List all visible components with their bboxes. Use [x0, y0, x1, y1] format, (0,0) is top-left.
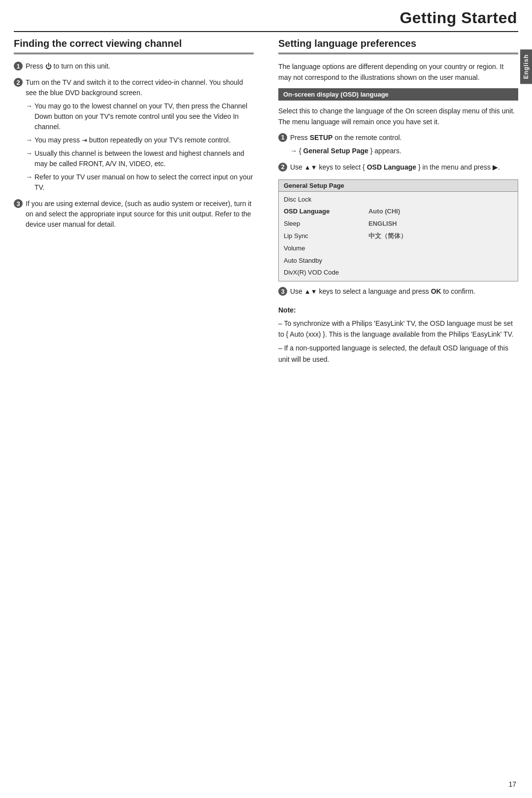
- setup-val-osd-lang: Auto (CHI): [368, 207, 407, 217]
- setup-val-lip-sync: 中文（简体）: [368, 231, 407, 242]
- arrow-keys-icon-2: ▲▼: [304, 288, 317, 295]
- right-step-3: 3 Use ▲▼ keys to select a language and p…: [278, 286, 518, 297]
- right-step-3-number: 3: [278, 287, 287, 296]
- note-line-2: – If a non-supported language is selecte…: [278, 343, 518, 365]
- right-section-title: Setting language preferences: [278, 37, 518, 50]
- right-step-1-content: Press SETUP on the remote control. → { G…: [290, 133, 518, 156]
- setup-bold: SETUP: [310, 134, 333, 141]
- step-1-content: Press ⏻ to turn on this unit.: [26, 61, 254, 71]
- setup-table-body: Disc Lock OSD Language Sleep Lip Sync Vo…: [279, 192, 518, 281]
- osd-lang-bold: OSD Language: [367, 163, 416, 171]
- arrow-icon-3: →: [26, 148, 33, 159]
- right-intro: The language options are different depen…: [278, 61, 518, 83]
- setup-row-osd-lang: OSD Language: [284, 207, 339, 217]
- setup-val-auto-standby: [368, 256, 407, 266]
- left-step-1: 1 Press ⏻ to turn on this unit.: [14, 61, 254, 71]
- content-area: Finding the correct viewing channel 1 Pr…: [0, 37, 532, 365]
- page-title: Getting Started: [0, 0, 532, 31]
- right-step-2-content: Use ▲▼ keys to select { OSD Language } i…: [290, 162, 518, 173]
- ok-bold: OK: [431, 287, 441, 295]
- step-3-content: If you are using external device, (such …: [26, 199, 254, 230]
- page-number: 17: [508, 780, 516, 788]
- left-step-3: 3 If you are using external device, (suc…: [14, 199, 254, 230]
- setup-row-sleep: Sleep: [284, 219, 339, 229]
- setup-row-divx: DivX(R) VOD Code: [284, 268, 339, 278]
- arrow-icon-1: →: [26, 101, 33, 111]
- right-section-rule: [278, 53, 518, 54]
- note-label: Note:: [278, 305, 518, 315]
- osd-desc: Select this to change the language of th…: [278, 105, 518, 128]
- setup-val-disc-lock: [368, 195, 407, 205]
- input-icon: ⇥: [82, 137, 87, 144]
- step-2-main: Turn on the TV and switch it to the corr…: [26, 78, 243, 97]
- right-step-1: 1 Press SETUP on the remote control. → {…: [278, 133, 518, 156]
- osd-header: On-screen display (OSD) language: [278, 88, 518, 101]
- setup-row-volume: Volume: [284, 243, 339, 254]
- setup-val-volume: [368, 243, 407, 254]
- left-step-2: 2 Turn on the TV and switch it to the co…: [14, 77, 254, 193]
- right-step-1-number: 1: [278, 133, 287, 142]
- right-step-1-arrow: → { General Setup Page } appears.: [290, 146, 518, 156]
- setup-val-sleep: ENGLISH: [368, 219, 407, 229]
- right-step-3-content: Use ▲▼ keys to select a language and pre…: [290, 286, 518, 297]
- setup-table-header: General Setup Page: [279, 180, 518, 192]
- step-2-arrow-1: → You may go to the lowest channel on yo…: [26, 101, 254, 132]
- setup-row-disc-lock: Disc Lock: [284, 195, 339, 205]
- setup-val-divx: [368, 268, 407, 278]
- left-section-title: Finding the correct viewing channel: [14, 37, 254, 50]
- right-column: Setting language preferences The languag…: [273, 37, 518, 365]
- step-2-number: 2: [14, 78, 23, 87]
- setup-col-labels: Disc Lock OSD Language Sleep Lip Sync Vo…: [284, 195, 339, 278]
- arrow-icon-4: →: [26, 172, 33, 182]
- arrow-keys-icon: ▲▼: [304, 164, 317, 171]
- setup-row-lip-sync: Lip Sync: [284, 231, 339, 242]
- step-1-number: 1: [14, 62, 23, 70]
- setup-row-auto-standby: Auto Standby: [284, 256, 339, 266]
- step-3-number: 3: [14, 199, 23, 208]
- right-arrow-icon-1: →: [290, 146, 297, 156]
- step-2-arrow-3: → Usually this channel is between the lo…: [26, 148, 254, 169]
- step-2-content: Turn on the TV and switch it to the corr…: [26, 77, 254, 193]
- setup-table: General Setup Page Disc Lock OSD Languag…: [278, 179, 518, 282]
- right-step-2: 2 Use ▲▼ keys to select { OSD Language }…: [278, 162, 518, 173]
- title-divider: [14, 31, 518, 32]
- general-setup-bold: General Setup Page: [303, 147, 368, 155]
- note-section: Note: – To synchronize with a Philips 'E…: [278, 305, 518, 365]
- step-2-arrow-4: → Refer to your TV user manual on how to…: [26, 172, 254, 193]
- arrow-icon-2: →: [26, 135, 33, 145]
- left-column: Finding the correct viewing channel 1 Pr…: [14, 37, 259, 365]
- english-tab: English: [520, 49, 532, 84]
- step-2-arrow-2: → You may press ⇥ button repeatedly on y…: [26, 135, 254, 145]
- setup-col-values: Auto (CHI) ENGLISH 中文（简体）: [368, 195, 407, 278]
- power-icon: ⏻: [45, 63, 52, 70]
- note-line-1: – To synchronize with a Philips 'EasyLin…: [278, 318, 518, 340]
- left-section-rule: [14, 53, 254, 54]
- right-arrow-key: [493, 163, 498, 171]
- right-step-2-number: 2: [278, 163, 287, 172]
